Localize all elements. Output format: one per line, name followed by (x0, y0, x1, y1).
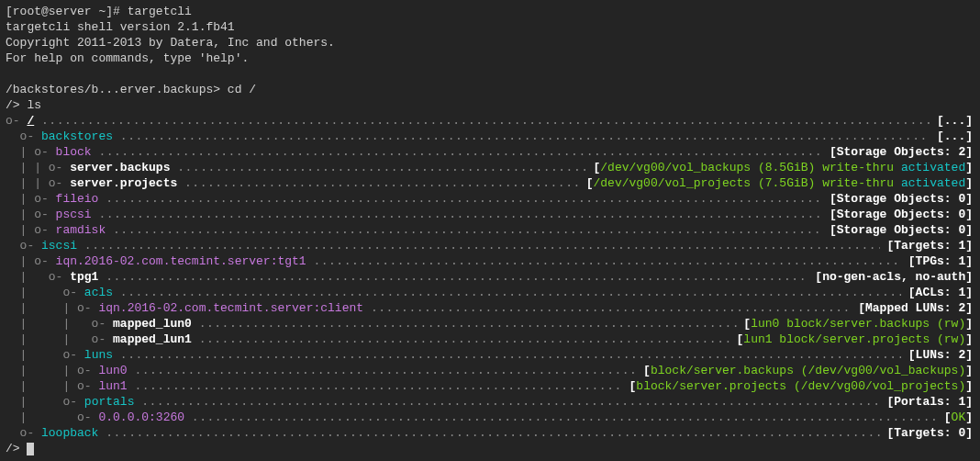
tree-server-projects: | | o- server.projects [/dev/vg00/vol_pr… (6, 175, 973, 191)
cursor-icon (27, 443, 34, 455)
tree-mapped-lun1: | | o- mapped_lun1 [lun1 block/server.pr… (6, 332, 973, 347)
final-prompt[interactable]: /> (6, 441, 974, 456)
tree-portal-0: | o- 0.0.0.0:3260 [OK] (6, 410, 973, 425)
tree-acls: | o- acls [ACLs: 1] (6, 285, 973, 300)
tree-acl-client: | | o- iqn.2016-02.com.tecmint.server:cl… (6, 300, 973, 316)
tree-mapped-lun0: | | o- mapped_lun0 [lun0 block/server.ba… (6, 316, 973, 332)
tree-server-backups: | | o- server.backups [/dev/vg00/vol_bac… (6, 160, 973, 175)
tree-lun1: | | o- lun1 [block/server.projects (/dev… (6, 378, 973, 394)
command: targetcli (128, 5, 192, 18)
tree-lun0: | | o- lun0 [block/server.backups (/dev/… (6, 363, 973, 378)
cd-line: /backstores/b...erver.backups> cd / (6, 82, 974, 97)
tree-backstores: o- backstores [...] (6, 129, 973, 144)
version-line: targetcli shell version 2.1.fb41 (6, 19, 974, 35)
tree-loopback: o- loopback [Targets: 0] (6, 425, 973, 441)
ls-line: /> ls (6, 97, 974, 113)
tree-fileio: | o- fileio [Storage Objects: 0] (6, 191, 973, 207)
shell-prompt-line: [root@server ~]# targetcli (6, 4, 974, 19)
tree-luns: | o- luns [LUNs: 2] (6, 347, 973, 363)
tree-portals: | o- portals [Portals: 1] (6, 394, 973, 410)
tree-target: | o- iqn.2016-02.com.tecmint.server:tgt1… (6, 253, 973, 269)
copyright-line: Copyright 2011-2013 by Datera, Inc and o… (6, 35, 974, 51)
tree-root: o- / [...] (6, 113, 973, 129)
tree-tpg1: | o- tpg1 [no-gen-acls, no-auth] (6, 269, 973, 285)
tree-block: | o- block [Storage Objects: 2] (6, 144, 973, 160)
tree-ramdisk: | o- ramdisk [Storage Objects: 0] (6, 222, 973, 238)
help-line: For help on commands, type 'help'. (6, 51, 974, 66)
tree-iscsi: o- iscsi [Targets: 1] (6, 238, 973, 253)
tree-pscsi: | o- pscsi [Storage Objects: 0] (6, 207, 973, 222)
